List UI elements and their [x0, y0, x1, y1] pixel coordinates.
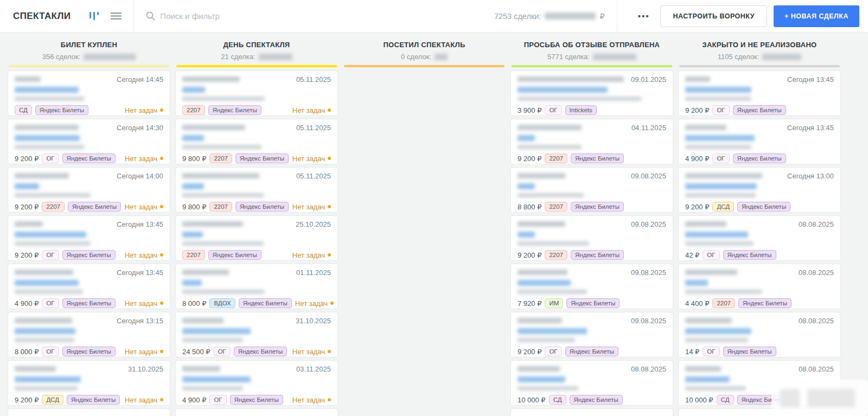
- no-tasks-label[interactable]: Нет задач: [292, 396, 331, 404]
- deal-card[interactable]: 31.10.202524 500 ₽ОГЯндекс БилетыНет зад…: [175, 312, 338, 357]
- blurred-deal-title: [182, 328, 251, 334]
- deal-card[interactable]: 08.08.202510 000 ₽СДЯндекс Билеты: [510, 360, 673, 406]
- blurred-contact-name: [182, 125, 245, 130]
- no-tasks-label[interactable]: Нет задач: [292, 155, 331, 163]
- deal-tag: ВДОХ: [209, 298, 235, 308]
- task-status-dot: [160, 398, 163, 401]
- setup-funnel-button[interactable]: НАСТРОИТЬ ВОРОНКУ: [660, 5, 767, 27]
- column-title: ПРОСЬБА ОБ ОТЗЫВЕ ОТПРАВЛЕНА: [510, 41, 673, 49]
- deal-card[interactable]: Сегодня 14:309 200 ₽ОГЯндекс БилетыНет з…: [8, 119, 170, 164]
- deal-card-partial[interactable]: [510, 408, 673, 416]
- deal-date: 05.11.2025: [296, 172, 331, 180]
- no-tasks-label[interactable]: Нет задач: [125, 348, 163, 356]
- deal-card[interactable]: 05.11.20259 800 ₽2207Яндекс БилетыНет за…: [175, 167, 338, 213]
- column-header: ПРОСЬБА ОБ ОТЗЫВЕ ОТПРАВЛЕНА5771 сделка:: [510, 33, 673, 67]
- blurred-description: [518, 193, 584, 197]
- deal-tag: 2207: [209, 153, 232, 163]
- deal-date: 09.08.2025: [631, 317, 666, 325]
- deal-tag: Яндекс Билеты: [239, 298, 292, 308]
- no-tasks-text: Нет задач: [125, 251, 157, 259]
- deal-card[interactable]: 01.11.20258 000 ₽ВДОХЯндекс БилетыНет за…: [175, 264, 338, 309]
- new-deal-button[interactable]: + НОВАЯ СДЕЛКА: [774, 5, 859, 27]
- header-divider: [133, 0, 134, 32]
- column-count-label: 21 сделка:: [221, 53, 255, 61]
- no-tasks-label[interactable]: Нет задач: [125, 251, 163, 259]
- deal-card[interactable]: Сегодня 14:45СДЯндекс БилетыНет задач: [8, 71, 170, 116]
- deal-card[interactable]: 08.08.202514 ₽ОГЯндекс Билеты: [678, 312, 841, 357]
- deal-price: 9 200 ₽: [15, 251, 39, 259]
- deal-card[interactable]: Сегодня 13:459 200 ₽ОГЯндекс Билеты: [678, 71, 841, 116]
- task-status-dot: [160, 108, 163, 112]
- deal-date: Сегодня 13:00: [787, 172, 834, 180]
- kanban-view-icon[interactable]: [89, 11, 100, 21]
- deal-tag: ИМ: [545, 298, 563, 308]
- more-options-button[interactable]: •••: [627, 11, 661, 21]
- search-input[interactable]: [160, 11, 334, 21]
- deal-card[interactable]: 31.10.20259 200 ₽ДСДЯндекс БилетыНет зад…: [8, 360, 170, 406]
- deal-card[interactable]: Сегодня 14:009 200 ₽2207Яндекс БилетыНет…: [8, 167, 170, 213]
- deal-tag: Яндекс Билеты: [723, 250, 776, 260]
- deal-date: Сегодня 14:00: [117, 172, 163, 180]
- no-tasks-label[interactable]: Нет задач: [292, 203, 331, 211]
- no-tasks-label[interactable]: Нет задач: [292, 348, 331, 356]
- pipeline-column: ДЕНЬ СПЕКТАКЛЯ21 сделка:05.11.20252207Ян…: [175, 33, 338, 416]
- blurred-contact-name: [518, 270, 567, 275]
- blurred-contact-name: [182, 366, 220, 372]
- list-view-icon[interactable]: [111, 12, 122, 20]
- card-top-row: 09.08.2025: [518, 317, 666, 325]
- deal-date: 09.08.2025: [631, 268, 666, 277]
- deal-card[interactable]: Сегодня 13:459 200 ₽ОГЯндекс БилетыНет з…: [8, 215, 170, 261]
- deal-card[interactable]: Сегодня 13:454 900 ₽ОГЯндекс БилетыНет з…: [8, 264, 170, 309]
- no-tasks-label[interactable]: Нет задач: [292, 251, 331, 259]
- no-tasks-label[interactable]: Нет задач: [125, 106, 163, 114]
- deal-card-partial[interactable]: [175, 408, 338, 416]
- deal-card[interactable]: Сегодня 13:009 200 ₽ДСДЯндекс Билеты: [678, 167, 841, 213]
- deal-card[interactable]: 09.08.20259 200 ₽ОГЯндекс Билеты: [510, 312, 673, 357]
- deal-tag: ОГ: [42, 153, 59, 163]
- blurred-deal-title: [518, 87, 608, 93]
- task-status-dot: [328, 350, 331, 353]
- blurred-description: [685, 145, 751, 149]
- blurred-description: [685, 386, 746, 391]
- deal-price: 8 800 ₽: [518, 203, 541, 211]
- no-tasks-text: Нет задач: [292, 348, 325, 356]
- deal-price: 9 200 ₽: [518, 251, 541, 259]
- column-count: 21 сделка:: [175, 53, 338, 61]
- no-tasks-label[interactable]: Нет задач: [292, 106, 331, 114]
- deal-price: 10 000 ₽: [518, 396, 546, 404]
- deal-card[interactable]: 09.01.20253 900 ₽ОГIntickets: [510, 71, 673, 116]
- blurred-contact-name: [685, 173, 762, 178]
- no-tasks-label[interactable]: Нет задач: [125, 203, 163, 211]
- deal-card[interactable]: 05.11.20259 800 ₽2207Яндекс БилетыНет за…: [175, 119, 338, 164]
- no-tasks-label[interactable]: Нет задач: [125, 396, 163, 404]
- column-header: ЗАКРЫТО И НЕ РЕАЛИЗОВАНО1105 сделок:: [678, 33, 841, 67]
- no-tasks-label[interactable]: Нет задач: [295, 299, 334, 308]
- deal-card[interactable]: 08.08.202542 ₽ОГЯндекс Билеты: [678, 215, 841, 261]
- task-status-dot: [160, 157, 163, 160]
- deal-card[interactable]: 04.11.20259 200 ₽2207Яндекс Билеты: [510, 119, 673, 164]
- blurred-description: [182, 241, 264, 246]
- no-tasks-label[interactable]: Нет задач: [125, 155, 163, 163]
- blurred-column-sum: [435, 54, 448, 60]
- deal-card-partial[interactable]: [8, 408, 170, 416]
- deal-card[interactable]: 05.11.20252207Яндекс БилетыНет задач: [175, 71, 338, 116]
- deal-date: 31.10.2025: [296, 317, 331, 325]
- stage-color-bar: [679, 65, 840, 67]
- deal-card[interactable]: 09.08.20257 920 ₽ИМЯндекс Билеты: [510, 264, 673, 309]
- deal-date: Сегодня 14:45: [117, 75, 163, 84]
- deal-card[interactable]: 08.08.20254 400 ₽2207Яндекс Билеты: [678, 264, 841, 309]
- card-bottom-row: 3 900 ₽ОГIntickets: [518, 105, 666, 116]
- blurred-column-sum: [259, 54, 292, 60]
- deal-card[interactable]: 09.08.20259 200 ₽2207Яндекс Билеты: [510, 215, 673, 261]
- deal-card[interactable]: Сегодня 13:158 000 ₽ОГЯндекс БилетыНет з…: [8, 312, 170, 357]
- blurred-deal-title: [518, 376, 565, 382]
- deal-card[interactable]: 09.08.20258 800 ₽2207Яндекс Билеты: [510, 167, 673, 213]
- deal-card[interactable]: 03.11.20254 900 ₽ОГЯндекс БилетыНет зада…: [175, 360, 338, 406]
- deals-summary: 7253 сделки: ₽: [494, 12, 605, 21]
- deal-card[interactable]: 25.10.20252207Яндекс БилетыНет задач: [175, 215, 338, 261]
- deal-date: Сегодня 13:15: [117, 317, 163, 325]
- search-filter[interactable]: [146, 11, 334, 21]
- deal-card[interactable]: Сегодня 13:454 900 ₽ОГЯндекс Билеты: [678, 119, 841, 164]
- no-tasks-label[interactable]: Нет задач: [125, 299, 163, 308]
- blurred-deal-title: [182, 135, 204, 141]
